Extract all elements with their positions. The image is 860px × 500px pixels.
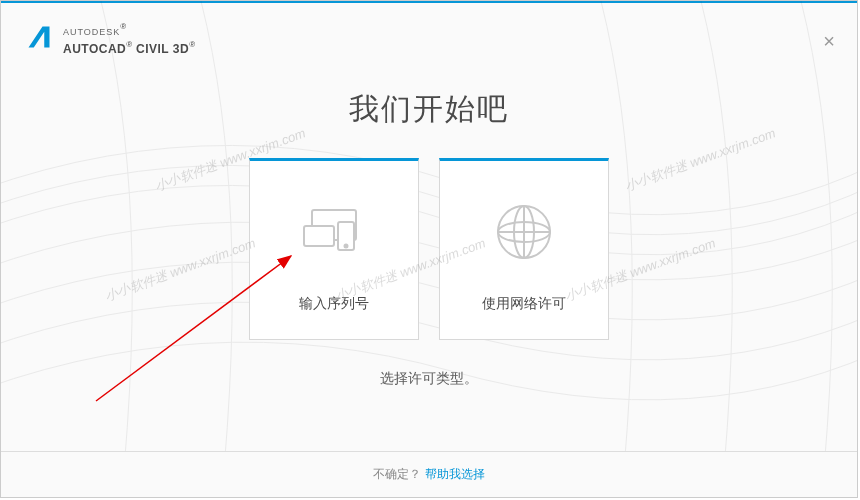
close-icon: × (823, 30, 835, 52)
svg-point-3 (345, 245, 348, 248)
activation-window: AUTODESK® AUTOCAD® CIVIL 3D® × 我们开始吧 (0, 0, 858, 498)
svg-rect-1 (304, 226, 334, 246)
header-bar: AUTODESK® AUTOCAD® CIVIL 3D® × (1, 3, 857, 69)
page-title: 我们开始吧 (1, 89, 857, 130)
enter-serial-card[interactable]: 输入序列号 (249, 158, 419, 340)
subtitle-text: 选择许可类型。 (1, 370, 857, 388)
close-button[interactable]: × (823, 31, 835, 51)
globe-network-icon (489, 197, 559, 267)
footer-bar: 不确定？ 帮助我选择 (1, 451, 857, 497)
help-choose-link[interactable]: 帮助我选择 (425, 467, 485, 481)
network-license-card[interactable]: 使用网络许可 (439, 158, 609, 340)
network-icon-area (489, 187, 559, 277)
network-card-label: 使用网络许可 (482, 295, 566, 313)
brand-text: AUTODESK® AUTOCAD® CIVIL 3D® (63, 21, 195, 57)
devices-icon (294, 202, 374, 262)
serial-card-label: 输入序列号 (299, 295, 369, 313)
main-content: 我们开始吧 输入序列号 (1, 69, 857, 388)
serial-icon-area (294, 187, 374, 277)
brand-line-1: AUTODESK® (63, 21, 195, 39)
autodesk-logo-icon (25, 23, 53, 51)
brand-line-2: AUTOCAD® CIVIL 3D® (63, 39, 195, 57)
footer-prompt: 不确定？ (373, 467, 421, 481)
options-container: 输入序列号 使用网络许可 (1, 158, 857, 340)
